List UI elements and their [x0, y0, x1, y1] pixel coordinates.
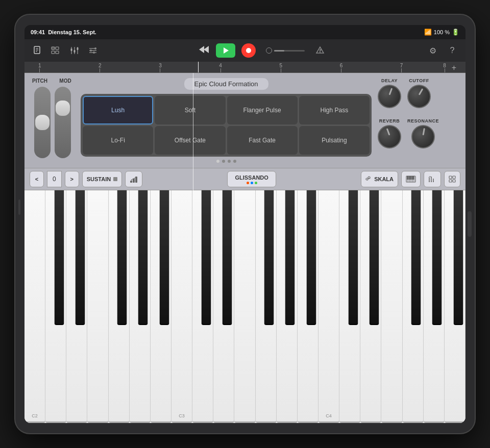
- keyboard-view-button[interactable]: [401, 171, 421, 187]
- play-button[interactable]: [216, 43, 235, 58]
- preset-dot-2[interactable]: [222, 160, 225, 163]
- svg-rect-38: [407, 176, 408, 180]
- preset-flanger-pulse[interactable]: Flanger Pulse: [227, 96, 298, 125]
- ruler-mark-3: 3: [159, 63, 162, 72]
- browser-button[interactable]: [86, 43, 100, 58]
- key-cs3[interactable]: [201, 190, 211, 325]
- preset-fast-gate[interactable]: Fast Gate: [227, 126, 298, 155]
- key-f3[interactable]: [234, 190, 255, 423]
- status-time: 09:41: [31, 29, 45, 35]
- preset-dot-4[interactable]: [233, 160, 236, 163]
- mixer-button[interactable]: [67, 43, 82, 58]
- key-fs2[interactable]: [117, 190, 127, 325]
- key-fs4[interactable]: [411, 190, 421, 325]
- preset-dot-3[interactable]: [228, 160, 231, 163]
- preset-high-pass[interactable]: High Pass: [299, 96, 370, 125]
- home-button[interactable]: [468, 211, 472, 237]
- ruler-mark-1: 1: [38, 63, 41, 72]
- battery-icon: 🔋: [452, 29, 459, 36]
- svg-marker-22: [224, 47, 229, 54]
- sustain-button[interactable]: SUSTAIN: [82, 171, 122, 187]
- key-c2[interactable]: C2: [24, 190, 45, 423]
- sustain-indicator: [113, 177, 117, 181]
- glissando-dot-2: [251, 182, 253, 184]
- mod-label: MOD: [56, 78, 75, 84]
- tracks-view-button[interactable]: [49, 43, 63, 58]
- svg-point-19: [93, 52, 95, 54]
- rewind-button[interactable]: [199, 45, 210, 57]
- preset-pulsating[interactable]: Pulsating: [299, 126, 370, 155]
- instrument-title: Epic Cloud Formation: [184, 78, 268, 90]
- arpeggio-button[interactable]: [125, 171, 142, 187]
- main-content: PITCH MOD Epic Cloud Formation: [24, 73, 465, 423]
- svg-point-18: [90, 49, 92, 52]
- svg-rect-6: [52, 51, 55, 54]
- sustain-label: SUSTAIN: [87, 176, 111, 182]
- key-f2[interactable]: [87, 190, 108, 423]
- pitch-slider[interactable]: [34, 87, 51, 158]
- new-document-button[interactable]: [31, 43, 45, 58]
- preset-lo-fi[interactable]: Lo-Fi: [83, 126, 153, 155]
- resonance-knob[interactable]: [411, 125, 435, 148]
- ruler-mark-4: 4: [219, 63, 222, 72]
- glissando-button[interactable]: GLISSANDO: [227, 171, 276, 187]
- mod-slider[interactable]: [55, 87, 71, 158]
- ruler-mark-8: 8: [443, 63, 446, 72]
- key-fs3[interactable]: [264, 190, 274, 325]
- key-ds4[interactable]: [370, 190, 379, 325]
- svg-point-17: [94, 47, 96, 49]
- help-button[interactable]: ?: [445, 43, 459, 58]
- settings-keyboard-button[interactable]: [444, 171, 460, 187]
- side-button: [18, 200, 20, 215]
- preset-lush[interactable]: Lush: [83, 96, 153, 125]
- svg-rect-51: [449, 180, 452, 182]
- instrument-area: PITCH MOD Epic Cloud Formation: [24, 73, 465, 168]
- glissando-dot-3: [255, 182, 257, 184]
- preset-section: Epic Cloud Formation Lush Soft Flanger P…: [81, 78, 372, 163]
- reverb-knob[interactable]: [378, 125, 401, 148]
- key-cs2[interactable]: [54, 190, 64, 325]
- key-ds3[interactable]: [223, 190, 232, 325]
- delay-knob[interactable]: [378, 85, 401, 108]
- key-c3[interactable]: C3: [172, 190, 192, 423]
- skala-button[interactable]: SKALA: [361, 171, 398, 187]
- settings-button[interactable]: ⚙: [426, 43, 440, 58]
- key-as4[interactable]: [453, 190, 463, 325]
- preset-page-dots: [216, 160, 236, 163]
- svg-rect-5: [56, 47, 59, 49]
- svg-rect-40: [410, 176, 411, 180]
- mod-slider-thumb: [56, 101, 70, 116]
- metronome-icon[interactable]: [313, 43, 327, 58]
- status-bar: 09:41 Dienstag 15. Sept. 📶 100 % 🔋: [24, 25, 465, 39]
- ruler-mark-2: 2: [99, 63, 102, 72]
- preset-dot-1[interactable]: [216, 160, 219, 163]
- delay-knob-group: DELAY: [378, 78, 401, 108]
- key-as2[interactable]: [159, 190, 169, 325]
- record-button[interactable]: [241, 43, 256, 58]
- toolbar: ⚙ ?: [24, 39, 465, 62]
- chord-button[interactable]: [424, 171, 441, 187]
- key-cs4[interactable]: [348, 190, 358, 325]
- pitch-mod-section: PITCH MOD: [31, 78, 75, 163]
- key-gs2[interactable]: [138, 190, 148, 325]
- preset-offset-gate[interactable]: Offset Gate: [155, 126, 225, 155]
- cutoff-knob[interactable]: [407, 85, 431, 108]
- key-gs4[interactable]: [432, 190, 442, 325]
- key-ds2[interactable]: [76, 190, 85, 325]
- octave-up-button[interactable]: >: [65, 171, 79, 187]
- add-track-button[interactable]: +: [452, 63, 456, 72]
- key-as3[interactable]: [306, 190, 316, 325]
- svg-rect-12: [74, 50, 76, 53]
- key-gs3[interactable]: [285, 190, 295, 325]
- resonance-knob-group: RESONANCE: [407, 118, 439, 148]
- status-date: Dienstag 15. Sept.: [48, 29, 96, 35]
- piano-keys: C2 C3 C4: [24, 190, 465, 423]
- key-f4[interactable]: [381, 190, 402, 423]
- preset-soft[interactable]: Soft: [155, 96, 225, 125]
- svg-rect-41: [412, 176, 413, 180]
- key-c4[interactable]: C4: [318, 190, 339, 423]
- ruler-mark-6: 6: [340, 63, 343, 72]
- octave-down-button[interactable]: <: [30, 171, 44, 187]
- glissando-dots: [247, 182, 257, 184]
- timeline-ruler: 1 2 3 4 5 6 7 8 +: [24, 62, 465, 73]
